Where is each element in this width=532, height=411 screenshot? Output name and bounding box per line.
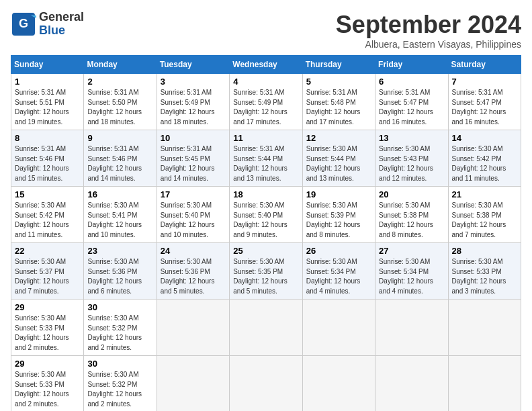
day-number: 23: [87, 246, 152, 256]
calendar-cell: [448, 300, 521, 356]
day-number: 27: [379, 246, 444, 256]
calendar-week-5: 29Sunrise: 5:30 AMSunset: 5:33 PMDayligh…: [11, 300, 521, 356]
day-number: 29: [15, 359, 80, 369]
day-number: 15: [15, 189, 80, 199]
day-number: 14: [452, 133, 517, 143]
month-title: September 2024: [336, 11, 521, 39]
day-info: Sunrise: 5:30 AMSunset: 5:33 PMDaylight:…: [15, 314, 80, 353]
page-header: G General Blue September 2024 Albuera, E…: [11, 11, 521, 50]
day-info: Sunrise: 5:30 AMSunset: 5:43 PMDaylight:…: [379, 144, 444, 183]
weekday-header-thursday: Thursday: [302, 56, 375, 74]
day-info: Sunrise: 5:30 AMSunset: 5:38 PMDaylight:…: [452, 201, 517, 240]
day-info: Sunrise: 5:31 AMSunset: 5:49 PMDaylight:…: [233, 88, 298, 127]
day-info: Sunrise: 5:30 AMSunset: 5:34 PMDaylight:…: [379, 257, 444, 296]
day-number: 25: [233, 246, 298, 256]
day-info: Sunrise: 5:31 AMSunset: 5:46 PMDaylight:…: [15, 144, 80, 183]
calendar-cell: [448, 356, 521, 412]
day-number: 17: [161, 189, 226, 199]
calendar-cell: [230, 300, 302, 356]
calendar-cell: 9Sunrise: 5:31 AMSunset: 5:46 PMDaylight…: [84, 130, 157, 187]
calendar-cell: 10Sunrise: 5:31 AMSunset: 5:45 PMDayligh…: [157, 130, 229, 187]
calendar-cell: 18Sunrise: 5:30 AMSunset: 5:40 PMDayligh…: [230, 187, 302, 243]
day-number: 4: [233, 77, 298, 87]
day-info: Sunrise: 5:30 AMSunset: 5:38 PMDaylight:…: [379, 201, 444, 240]
day-info: Sunrise: 5:31 AMSunset: 5:44 PMDaylight:…: [233, 144, 298, 183]
day-info: Sunrise: 5:30 AMSunset: 5:40 PMDaylight:…: [233, 201, 298, 240]
calendar-week-1: 1Sunrise: 5:31 AMSunset: 5:51 PMDaylight…: [11, 74, 521, 130]
day-number: 30: [87, 359, 152, 369]
day-info: Sunrise: 5:31 AMSunset: 5:47 PMDaylight:…: [379, 88, 444, 127]
weekday-header-sunday: Sunday: [11, 56, 84, 74]
calendar-cell: 16Sunrise: 5:30 AMSunset: 5:41 PMDayligh…: [84, 187, 157, 243]
day-number: 29: [15, 302, 80, 312]
day-number: 1: [15, 77, 80, 87]
day-number: 20: [379, 189, 444, 199]
calendar-cell: [157, 356, 229, 412]
day-info: Sunrise: 5:30 AMSunset: 5:39 PMDaylight:…: [306, 201, 371, 240]
day-info: Sunrise: 5:30 AMSunset: 5:33 PMDaylight:…: [452, 257, 517, 296]
calendar-week-6: 29Sunrise: 5:30 AMSunset: 5:33 PMDayligh…: [11, 356, 521, 412]
calendar-cell: 5Sunrise: 5:31 AMSunset: 5:48 PMDaylight…: [302, 74, 375, 130]
calendar-cell: 30Sunrise: 5:30 AMSunset: 5:32 PMDayligh…: [84, 300, 157, 356]
day-info: Sunrise: 5:30 AMSunset: 5:41 PMDaylight:…: [87, 201, 152, 240]
day-info: Sunrise: 5:30 AMSunset: 5:44 PMDaylight:…: [306, 144, 371, 183]
day-info: Sunrise: 5:31 AMSunset: 5:48 PMDaylight:…: [306, 88, 371, 127]
day-number: 26: [306, 246, 371, 256]
svg-text:G: G: [19, 17, 28, 30]
title-block: September 2024 Albuera, Eastern Visayas,…: [336, 11, 521, 50]
logo: G General Blue: [11, 11, 84, 38]
day-number: 28: [452, 246, 517, 256]
calendar-cell: 17Sunrise: 5:30 AMSunset: 5:40 PMDayligh…: [157, 187, 229, 243]
weekday-header-tuesday: Tuesday: [157, 56, 229, 74]
day-number: 7: [452, 77, 517, 87]
calendar-cell: 21Sunrise: 5:30 AMSunset: 5:38 PMDayligh…: [448, 187, 521, 243]
day-number: 3: [161, 77, 226, 87]
calendar-cell: [230, 356, 302, 412]
calendar-table: SundayMondayTuesdayWednesdayThursdayFrid…: [11, 55, 521, 411]
calendar-cell: 22Sunrise: 5:30 AMSunset: 5:37 PMDayligh…: [11, 243, 84, 300]
calendar-cell: 30Sunrise: 5:30 AMSunset: 5:32 PMDayligh…: [84, 356, 157, 412]
day-info: Sunrise: 5:30 AMSunset: 5:33 PMDaylight:…: [15, 370, 80, 409]
day-number: 19: [306, 189, 371, 199]
day-info: Sunrise: 5:30 AMSunset: 5:32 PMDaylight:…: [87, 314, 152, 353]
calendar-week-4: 22Sunrise: 5:30 AMSunset: 5:37 PMDayligh…: [11, 243, 521, 300]
day-number: 18: [233, 189, 298, 199]
day-info: Sunrise: 5:30 AMSunset: 5:34 PMDaylight:…: [306, 257, 371, 296]
weekday-header-monday: Monday: [84, 56, 157, 74]
calendar-cell: 29Sunrise: 5:30 AMSunset: 5:33 PMDayligh…: [11, 356, 84, 412]
calendar-cell: 14Sunrise: 5:30 AMSunset: 5:42 PMDayligh…: [448, 130, 521, 187]
calendar-cell: 15Sunrise: 5:30 AMSunset: 5:42 PMDayligh…: [11, 187, 84, 243]
calendar-cell: [302, 300, 375, 356]
weekday-header-wednesday: Wednesday: [230, 56, 302, 74]
day-info: Sunrise: 5:31 AMSunset: 5:49 PMDaylight:…: [161, 88, 226, 127]
calendar-cell: 29Sunrise: 5:30 AMSunset: 5:33 PMDayligh…: [11, 300, 84, 356]
day-number: 24: [161, 246, 226, 256]
calendar-cell: 6Sunrise: 5:31 AMSunset: 5:47 PMDaylight…: [375, 74, 448, 130]
calendar-week-3: 15Sunrise: 5:30 AMSunset: 5:42 PMDayligh…: [11, 187, 521, 243]
logo-line2: Blue: [39, 24, 84, 38]
calendar-cell: 11Sunrise: 5:31 AMSunset: 5:44 PMDayligh…: [230, 130, 302, 187]
calendar-cell: [302, 356, 375, 412]
calendar-cell: 28Sunrise: 5:30 AMSunset: 5:33 PMDayligh…: [448, 243, 521, 300]
day-number: 10: [161, 133, 226, 143]
day-number: 30: [87, 302, 152, 312]
day-number: 6: [379, 77, 444, 87]
day-number: 11: [233, 133, 298, 143]
day-info: Sunrise: 5:30 AMSunset: 5:32 PMDaylight:…: [87, 370, 152, 409]
logo-icon: G: [11, 11, 36, 37]
calendar-cell: [157, 300, 229, 356]
day-info: Sunrise: 5:31 AMSunset: 5:46 PMDaylight:…: [87, 144, 152, 183]
day-number: 5: [306, 77, 371, 87]
logo-line1: General: [39, 11, 84, 24]
calendar-cell: 20Sunrise: 5:30 AMSunset: 5:38 PMDayligh…: [375, 187, 448, 243]
day-info: Sunrise: 5:31 AMSunset: 5:45 PMDaylight:…: [161, 144, 226, 183]
day-info: Sunrise: 5:30 AMSunset: 5:36 PMDaylight:…: [87, 257, 152, 296]
day-info: Sunrise: 5:31 AMSunset: 5:50 PMDaylight:…: [87, 88, 152, 127]
calendar-cell: 25Sunrise: 5:30 AMSunset: 5:35 PMDayligh…: [230, 243, 302, 300]
day-number: 12: [306, 133, 371, 143]
calendar-cell: 8Sunrise: 5:31 AMSunset: 5:46 PMDaylight…: [11, 130, 84, 187]
calendar-cell: 4Sunrise: 5:31 AMSunset: 5:49 PMDaylight…: [230, 74, 302, 130]
calendar-cell: 23Sunrise: 5:30 AMSunset: 5:36 PMDayligh…: [84, 243, 157, 300]
day-number: 8: [15, 133, 80, 143]
day-number: 16: [87, 189, 152, 199]
